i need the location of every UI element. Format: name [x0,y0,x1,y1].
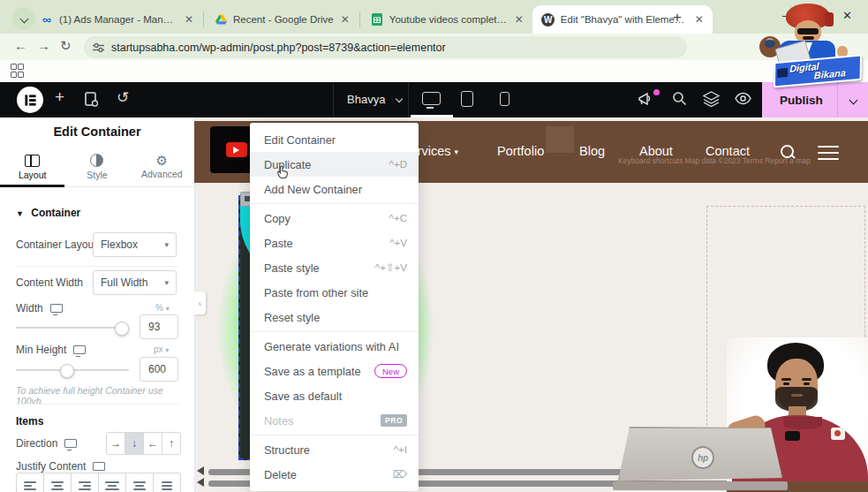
elementor-panel: Edit Container Layout Style ⚙ Advanced ▼… [0,117,195,492]
back-button[interactable]: ← [14,38,27,53]
close-tab-icon[interactable]: ✕ [339,13,351,26]
tab-advanced[interactable]: ⚙ Advanced [130,148,194,186]
menu-item-duplicate[interactable]: Duplicate^+D [250,152,419,177]
nav-portfolio[interactable]: Portfolio [497,144,544,158]
direction-label: Direction [16,437,77,450]
width-input[interactable]: 93 [140,314,178,339]
select-value: Flexbox [101,238,138,251]
justify-start-button[interactable] [17,473,43,492]
finder-search-icon[interactable] [672,91,687,106]
min-height-label: Min Height [16,344,86,356]
panel-tabs: Layout Style ⚙ Advanced [0,148,194,187]
device-desktop-button[interactable] [422,92,441,105]
tab-separator [203,11,204,27]
reload-button[interactable]: ↻ [60,38,72,54]
notification-dot [653,89,660,95]
min-height-input[interactable]: 600 [140,357,178,382]
structure-layers-icon[interactable] [703,91,720,107]
responsive-monitor-icon[interactable] [64,439,77,448]
menu-item-paste[interactable]: Paste^+V [250,231,419,255]
direction-right-button[interactable]: → [107,433,125,454]
add-element-button[interactable]: + [55,87,64,107]
container-section-header[interactable]: ▼ Container [16,207,80,219]
direction-up-button[interactable]: ↑ [162,433,180,454]
section-title: Container [31,207,80,219]
preview-eye-icon[interactable] [735,92,751,105]
tab-separator [359,11,360,27]
tab-label: Style [87,170,107,180]
tab-title: Recent - Google Drive [233,14,334,25]
panel-collapse-button[interactable]: ‹ [194,291,206,314]
content-width-select[interactable]: Full Width ▾ [93,270,177,295]
width-unit-select[interactable]: % ▾ [155,303,170,313]
chevron-down-icon: ▾ [164,240,169,249]
chevron-down-icon: ▾ [455,148,459,156]
justify-space-around-button[interactable] [125,473,153,492]
close-tab-icon[interactable]: ✕ [513,13,525,26]
device-phone-button[interactable] [500,92,509,106]
wordpress-icon: W [541,13,555,26]
history-icon[interactable]: ↺ [117,88,129,107]
close-tab-icon[interactable]: ✕ [693,13,706,26]
menu-item-edit-container[interactable]: Edit Container [250,127,419,152]
menu-item-save-as-template[interactable]: Save as a templateNew [250,359,419,383]
address-bar[interactable]: startupsabha.com/wp-admin/post.php?post=… [84,36,687,58]
width-slider[interactable] [16,327,129,329]
menu-item-structure[interactable]: Structure^+I [250,437,419,462]
scroll-left-icon[interactable] [197,466,204,475]
lapel-mic [785,431,800,441]
responsive-monitor-icon[interactable] [73,345,86,354]
page-settings-icon[interactable] [85,92,98,107]
elementor-logo[interactable] [17,87,43,113]
menu-item-paste-style[interactable]: Paste style^+⇧+V [250,255,419,280]
drive-icon [214,12,228,26]
justify-space-between-button[interactable] [98,473,125,492]
site-menu-icon[interactable] [818,146,839,164]
tab-elementor-active[interactable]: W Edit "Bhavya" with Elementor ✕ [532,5,713,34]
justify-center-button[interactable] [43,473,71,492]
justify-space-evenly-button[interactable] [153,473,180,492]
nav-blog[interactable]: Blog [579,144,605,158]
site-search-icon[interactable] [781,145,794,158]
apps-grid-icon[interactable] [11,64,23,76]
close-tab-icon[interactable]: ✕ [183,13,195,26]
tab-label: Layout [19,170,47,180]
slider-thumb[interactable] [60,364,74,378]
responsive-monitor-icon[interactable] [93,462,105,471]
tab-youtube-sheet[interactable]: Youtube videos complete topic ✕ [361,5,532,34]
items-subheading: Items [16,415,43,428]
slider-thumb[interactable] [115,322,129,336]
whats-new-icon[interactable] [638,91,653,107]
forward-button[interactable]: → [37,38,50,53]
document-switcher[interactable]: Bhavya [347,93,402,106]
scroll-left-icon[interactable] [197,478,204,487]
layout-icon [25,155,40,167]
justify-end-button[interactable] [71,473,98,492]
cursor-hand-icon [276,164,290,179]
direction-left-button[interactable]: ← [143,433,162,454]
menu-item-reset-style[interactable]: Reset style [250,305,419,329]
menu-item-paste-from-other-site[interactable]: Paste from other site [250,280,419,305]
menu-item-generate-variations-ai[interactable]: Generate variations with AI [250,334,419,359]
device-tablet-button[interactable] [461,91,473,107]
menu-item-save-as-default[interactable]: Save as default [250,383,419,408]
menu-divider [250,435,419,435]
tab-title: Edit "Bhavya" with Elementor [561,14,688,25]
tab-style[interactable]: Style [64,148,129,186]
responsive-monitor-icon[interactable] [50,304,63,313]
min-height-slider[interactable] [16,369,129,371]
direction-down-button[interactable]: ↓ [125,433,143,454]
menu-item-copy[interactable]: Copy^+C [250,206,419,231]
menu-item-add-new-container[interactable]: Add New Container [250,177,419,201]
new-tab-button[interactable]: + [673,9,682,26]
tab-google-drive[interactable]: Recent - Google Drive ✕ [205,5,359,34]
tab-ads-manager[interactable]: ∞ (1) Ads Manager - Manage ads ✕ [31,5,202,34]
publish-button[interactable]: Publish [766,94,837,107]
menu-item-delete[interactable]: Delete⌦ [250,462,419,487]
tab-layout[interactable]: Layout [0,148,64,186]
publish-options-button[interactable] [838,97,868,103]
min-height-unit-select[interactable]: px ▾ [154,344,169,354]
container-layout-select[interactable]: Flexbox ▾ [93,232,177,257]
elementor-topbar: + ↺ Bhavya [0,82,868,117]
youtube-play-icon [226,142,247,157]
